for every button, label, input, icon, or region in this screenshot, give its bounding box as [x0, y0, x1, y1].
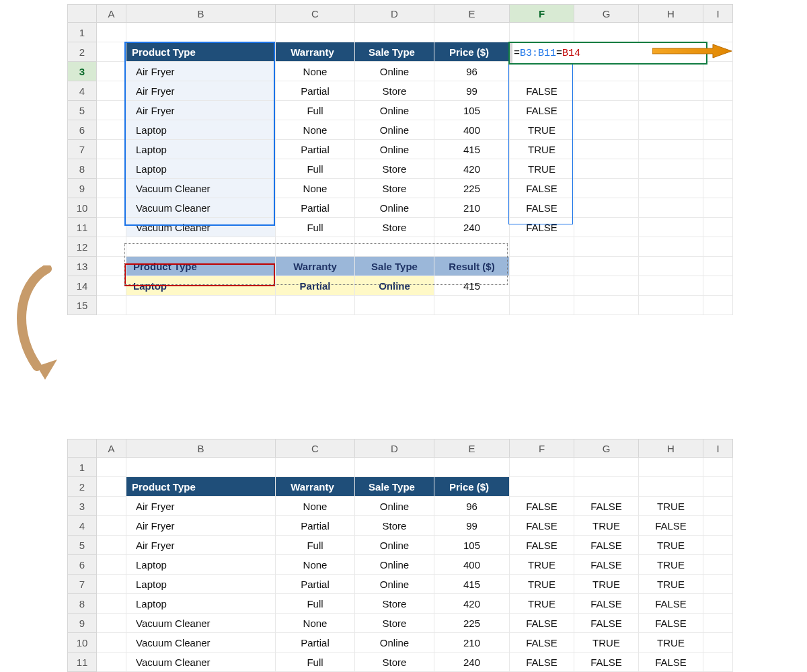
- cell[interactable]: Full: [276, 594, 355, 614]
- col-head-F[interactable]: F: [510, 5, 574, 23]
- cell[interactable]: [703, 458, 733, 477]
- cell[interactable]: [574, 257, 639, 276]
- cell[interactable]: Store: [355, 159, 434, 179]
- row-head-6[interactable]: 6: [68, 555, 97, 575]
- cell[interactable]: [510, 276, 574, 296]
- cell[interactable]: [355, 296, 434, 315]
- cell[interactable]: [97, 257, 126, 276]
- cell[interactable]: Warranty: [276, 477, 355, 497]
- cell[interactable]: 420: [434, 159, 510, 179]
- row-head-6[interactable]: 6: [68, 120, 97, 140]
- cell[interactable]: [703, 179, 733, 198]
- cell[interactable]: [355, 237, 434, 257]
- cell[interactable]: 240: [434, 653, 510, 672]
- header-sale-type[interactable]: Sale Type: [355, 42, 434, 62]
- cell[interactable]: Laptop: [126, 276, 276, 296]
- cell[interactable]: [703, 237, 733, 257]
- cell[interactable]: None: [276, 62, 355, 81]
- cell[interactable]: None: [276, 179, 355, 198]
- cell[interactable]: FALSE: [510, 81, 574, 101]
- cell[interactable]: Air Fryer: [126, 62, 276, 81]
- col-head-C[interactable]: C: [276, 5, 355, 23]
- row-head-1[interactable]: 1: [68, 23, 97, 42]
- cell[interactable]: Result ($): [434, 257, 510, 276]
- cell[interactable]: Air Fryer: [126, 497, 276, 516]
- formula-edit-cell[interactable]: = B3:B11 = B14: [508, 42, 707, 65]
- cell[interactable]: [97, 575, 126, 594]
- row-head-8[interactable]: 8: [68, 594, 97, 614]
- row-head-5[interactable]: 5: [68, 101, 97, 120]
- cell[interactable]: [703, 516, 733, 536]
- cell[interactable]: Vacuum Cleaner: [126, 633, 276, 653]
- cell[interactable]: TRUE: [639, 555, 703, 575]
- row-head-1[interactable]: 1: [68, 458, 97, 477]
- cell[interactable]: [97, 653, 126, 672]
- cell[interactable]: [703, 120, 733, 140]
- cell[interactable]: [703, 614, 733, 633]
- cell[interactable]: [97, 218, 126, 237]
- cell[interactable]: [574, 23, 639, 42]
- cell[interactable]: [97, 237, 126, 257]
- col-head-A[interactable]: A: [97, 5, 126, 23]
- cell[interactable]: FALSE: [574, 497, 639, 516]
- cell[interactable]: [639, 198, 703, 218]
- cell[interactable]: TRUE: [510, 159, 574, 179]
- cell[interactable]: Partial: [276, 633, 355, 653]
- cell[interactable]: [703, 477, 733, 497]
- col-head-H[interactable]: H: [639, 439, 703, 458]
- col-head-D[interactable]: D: [355, 5, 434, 23]
- cell[interactable]: FALSE: [510, 633, 574, 653]
- cell[interactable]: FALSE: [510, 179, 574, 198]
- cell[interactable]: [703, 159, 733, 179]
- cell[interactable]: [639, 179, 703, 198]
- col-head-C[interactable]: C: [276, 439, 355, 458]
- cell[interactable]: [703, 42, 733, 62]
- cell[interactable]: FALSE: [510, 198, 574, 218]
- cell[interactable]: TRUE: [639, 633, 703, 653]
- cell[interactable]: 96: [434, 62, 510, 81]
- cell[interactable]: [97, 140, 126, 159]
- grid-after[interactable]: A B C D E F G H I 12Product TypeWarranty…: [67, 439, 733, 672]
- cell[interactable]: Full: [276, 218, 355, 237]
- cell[interactable]: Store: [355, 81, 434, 101]
- row-head-11[interactable]: 11: [68, 218, 97, 237]
- cell[interactable]: [276, 23, 355, 42]
- row-head-7[interactable]: 7: [68, 575, 97, 594]
- cell[interactable]: [574, 218, 639, 237]
- cell[interactable]: Online: [355, 198, 434, 218]
- cell[interactable]: [126, 237, 276, 257]
- cell[interactable]: None: [276, 555, 355, 575]
- cell[interactable]: [510, 458, 574, 477]
- row-head-4[interactable]: 4: [68, 81, 97, 101]
- row-head-15[interactable]: 15: [68, 296, 97, 315]
- cell[interactable]: [703, 62, 733, 81]
- cell[interactable]: 415: [434, 575, 510, 594]
- cell[interactable]: 225: [434, 614, 510, 633]
- cell[interactable]: [639, 477, 703, 497]
- col-head-G[interactable]: G: [574, 439, 639, 458]
- cell[interactable]: Online: [355, 62, 434, 81]
- cell[interactable]: Product Type: [126, 477, 276, 497]
- cell[interactable]: Air Fryer: [126, 101, 276, 120]
- cell[interactable]: [574, 120, 639, 140]
- cell[interactable]: [574, 237, 639, 257]
- cell[interactable]: Store: [355, 179, 434, 198]
- cell[interactable]: [703, 198, 733, 218]
- cell[interactable]: TRUE: [510, 555, 574, 575]
- cell[interactable]: [276, 458, 355, 477]
- row-head-3[interactable]: 3: [68, 497, 97, 516]
- cell[interactable]: Store: [355, 218, 434, 237]
- row-head-7[interactable]: 7: [68, 140, 97, 159]
- cell[interactable]: [97, 477, 126, 497]
- cell[interactable]: [97, 276, 126, 296]
- cell[interactable]: [639, 159, 703, 179]
- cell[interactable]: FALSE: [574, 536, 639, 555]
- cell[interactable]: Online: [355, 120, 434, 140]
- row-head-2[interactable]: 2: [68, 42, 97, 62]
- cell[interactable]: [703, 218, 733, 237]
- cell[interactable]: [703, 257, 733, 276]
- cell[interactable]: Laptop: [126, 594, 276, 614]
- cell[interactable]: Laptop: [126, 140, 276, 159]
- cell[interactable]: Store: [355, 516, 434, 536]
- col-head-G[interactable]: G: [574, 5, 639, 23]
